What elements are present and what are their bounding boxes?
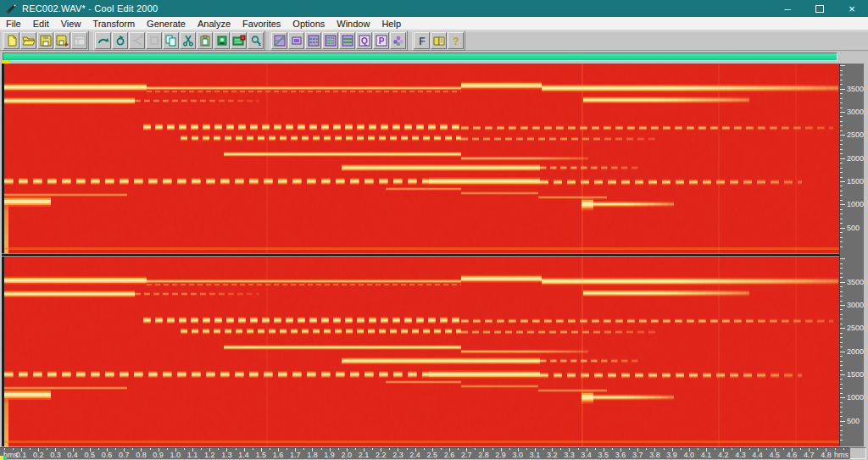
time-label: 3.0 (513, 452, 524, 459)
time-label: 2.3 (392, 452, 403, 459)
time-minor-tick (389, 448, 390, 450)
time-minor-tick (595, 448, 596, 450)
waveform-view-button[interactable] (271, 32, 287, 49)
file-info-icon (73, 35, 86, 47)
title-bar[interactable]: REC002.WAV* - Cool Edit 2000 – × (0, 0, 868, 17)
menu-item-window[interactable]: Window (331, 18, 376, 30)
spectral-view-button[interactable] (288, 32, 304, 49)
time-label: 3.8 (649, 452, 660, 459)
time-minor-tick (64, 448, 65, 450)
freq-tick (840, 75, 843, 75)
freq-tick (840, 65, 845, 66)
freq-tick (840, 379, 843, 380)
overview-range-bar[interactable] (3, 53, 837, 61)
zoom-goto-button[interactable] (248, 32, 264, 49)
freq-tick (840, 333, 843, 334)
time-label: 2.5 (427, 452, 438, 459)
freq-tick (840, 70, 843, 71)
paste-button[interactable] (197, 32, 213, 49)
freq-analysis-button[interactable]: F (414, 32, 430, 49)
paste-icon (198, 35, 212, 47)
menu-item-generate[interactable]: Generate (141, 18, 192, 30)
close-button[interactable]: × (836, 0, 868, 17)
time-minor-tick (115, 448, 116, 450)
toolbar: QPF? (0, 30, 868, 51)
new-file-icon (5, 35, 19, 47)
freq-tick (840, 219, 843, 219)
green-lines-3-icon (341, 35, 354, 47)
save-as-button[interactable] (54, 32, 70, 49)
time-label: 1.8 (307, 452, 318, 459)
freq-tick (840, 241, 843, 242)
undo-button[interactable] (95, 32, 111, 49)
open-file-button[interactable] (20, 32, 36, 49)
trim-button[interactable] (146, 32, 162, 49)
freq-label: 1000 (847, 201, 864, 208)
save-file-button[interactable] (37, 32, 53, 49)
svg-text:P: P (378, 36, 384, 46)
menu-item-transform[interactable]: Transform (86, 18, 141, 30)
time-minor-tick (543, 448, 544, 450)
menu-item-file[interactable]: File (0, 18, 27, 30)
freq-tick (840, 412, 843, 413)
repeat-button[interactable] (112, 32, 128, 49)
file-info-button[interactable] (71, 32, 87, 49)
freq-tick (840, 144, 843, 145)
edit-branch-icon (131, 35, 144, 47)
app-icon[interactable] (5, 3, 18, 14)
minimize-button[interactable]: – (771, 0, 804, 17)
new-file-button[interactable] (3, 32, 19, 49)
menu-item-favorites[interactable]: Favorites (236, 18, 287, 30)
copy-button[interactable] (163, 32, 179, 49)
freq-tick (840, 440, 843, 441)
organizer-button[interactable] (390, 32, 406, 49)
freq-tick (840, 273, 843, 274)
freq-tick (840, 149, 843, 150)
frequency-ruler[interactable]: 5001000150020002500300035005001000150020… (839, 64, 864, 446)
menu-item-edit[interactable]: Edit (27, 18, 55, 30)
freq-label: 1500 (847, 371, 864, 379)
time-label: 0.3 (50, 452, 61, 459)
menu-item-analyze[interactable]: Analyze (192, 18, 236, 30)
cut-button[interactable] (180, 32, 196, 49)
time-minor-tick (270, 448, 270, 450)
freq-tick (840, 421, 845, 422)
time-label: 1.4 (238, 452, 249, 459)
time-label: 3.9 (666, 452, 677, 459)
freq-label: 2000 (847, 155, 864, 163)
green-lines-3-button[interactable] (339, 32, 355, 49)
organizer-icon (392, 35, 405, 47)
spectrogram-pane-right-channel[interactable] (4, 257, 839, 446)
waveform-view-icon (273, 35, 287, 47)
menu-item-help[interactable]: Help (376, 18, 407, 30)
freq-tick (840, 346, 843, 347)
freq-tick (840, 319, 843, 319)
menu-item-view[interactable]: View (55, 18, 87, 30)
mix-paste-button[interactable] (214, 32, 230, 49)
time-minor-tick (441, 448, 442, 450)
time-label: 2.4 (409, 452, 420, 459)
open-file-icon (22, 35, 36, 47)
toolbar-group-4: F? (412, 30, 465, 51)
green-lines-1-button[interactable] (305, 32, 321, 49)
spectrogram-pane-left-channel[interactable] (4, 64, 839, 253)
menu-item-options[interactable]: Options (287, 18, 331, 30)
maximize-button[interactable] (804, 0, 836, 17)
freq-tick (840, 365, 843, 366)
freq-tick (840, 282, 845, 283)
letter-q-button[interactable]: Q (356, 32, 372, 49)
paste-to-new-button[interactable] (231, 32, 247, 49)
edit-branch-button[interactable] (129, 32, 145, 49)
letter-p-button[interactable]: P (373, 32, 389, 49)
help-button[interactable]: ? (448, 32, 464, 49)
time-minor-tick (303, 448, 304, 450)
freq-tick (840, 393, 843, 394)
time-ruler[interactable]: hms hms 0.10.20.30.40.50.60.70.80.91.01.… (0, 447, 849, 459)
help-icon: ? (449, 35, 463, 47)
green-lines-2-button[interactable] (322, 32, 338, 49)
time-label: 2.8 (478, 452, 489, 459)
time-minor-tick (475, 448, 476, 450)
time-label: 1.2 (204, 452, 215, 459)
freq-tick (840, 93, 843, 94)
scripts-book-button[interactable] (431, 32, 447, 49)
